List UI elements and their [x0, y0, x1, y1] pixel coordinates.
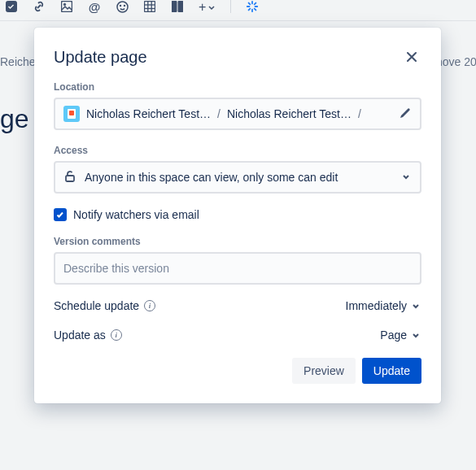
chevron-down-icon: [400, 171, 412, 185]
breadcrumb-separator: /: [217, 107, 221, 120]
update-button[interactable]: Update: [362, 358, 421, 384]
update-as-dropdown[interactable]: Page: [380, 329, 421, 342]
access-dropdown[interactable]: Anyone in this space can view, only some…: [54, 161, 421, 194]
update-as-label: Update as: [54, 329, 106, 342]
update-as-value: Page: [380, 329, 407, 342]
modal-title: Update page: [54, 48, 147, 67]
info-icon: i: [111, 329, 122, 341]
access-label: Access: [54, 145, 421, 156]
svg-rect-13: [66, 176, 74, 181]
location-label: Location: [54, 81, 421, 93]
version-comments-input[interactable]: [54, 252, 421, 285]
location-part-2: Nicholas Reichert Test…: [227, 107, 352, 120]
close-button[interactable]: [402, 47, 421, 67]
notify-watchers-label: Notify watchers via email: [73, 208, 199, 221]
space-avatar-icon: [63, 106, 80, 122]
preview-button[interactable]: Preview: [292, 358, 356, 384]
info-icon: i: [144, 300, 155, 311]
location-field[interactable]: Nicholas Reichert Test… / Nicholas Reich…: [54, 98, 421, 130]
update-page-modal: Update page Location Nicholas Reichert T…: [34, 28, 441, 403]
schedule-update-dropdown[interactable]: Immediately: [346, 299, 421, 312]
schedule-update-value: Immediately: [346, 299, 407, 312]
notify-watchers-checkbox[interactable]: [54, 208, 67, 221]
unlock-icon: [63, 170, 76, 185]
version-comments-label: Version comments: [54, 236, 421, 247]
location-part-1: Nicholas Reichert Test…: [86, 107, 211, 120]
access-value: Anyone in this space can view, only some…: [85, 171, 392, 184]
schedule-update-label: Schedule update: [54, 299, 139, 312]
breadcrumb-separator: /: [358, 107, 361, 120]
edit-location-button[interactable]: [399, 107, 412, 122]
